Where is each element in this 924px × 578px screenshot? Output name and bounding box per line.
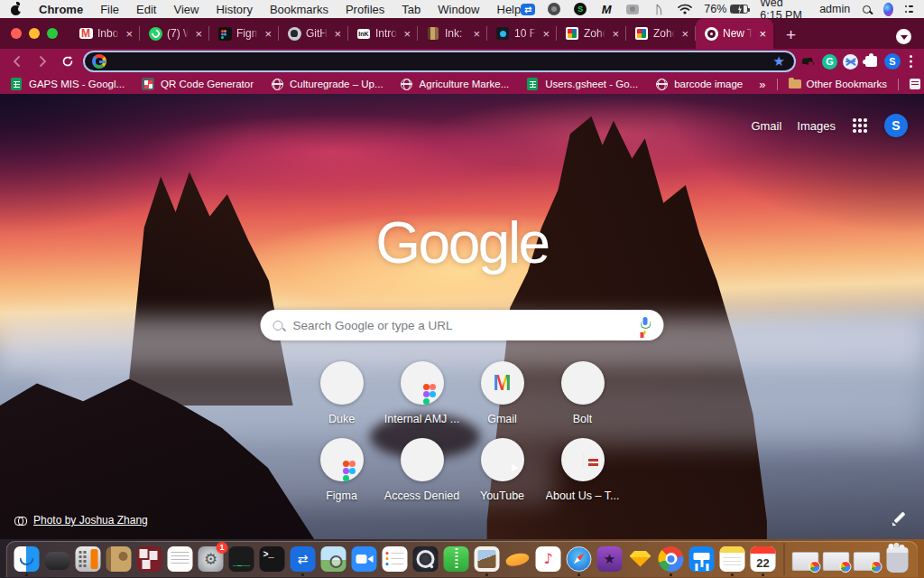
shortcut-internal-amj[interactable]: Internal AMJ ... bbox=[382, 361, 462, 425]
bookmark-barcode-image[interactable]: barcode image bbox=[654, 77, 743, 91]
spotlight-icon[interactable] bbox=[862, 2, 872, 16]
close-tab-icon[interactable]: × bbox=[193, 27, 204, 41]
bookmark-culturegrade-up[interactable]: Culturegrade – Up... bbox=[270, 77, 383, 91]
tab-zoho-cr[interactable]: Zoho Cr × bbox=[557, 18, 626, 49]
grammarly-extension-icon[interactable]: G bbox=[822, 54, 837, 70]
menu-view[interactable]: View bbox=[173, 3, 199, 16]
dock-item-image-capture[interactable] bbox=[474, 545, 501, 573]
dock-item-textedit[interactable] bbox=[167, 545, 194, 573]
reload-button[interactable] bbox=[58, 51, 78, 71]
shottr-icon[interactable]: S bbox=[573, 2, 587, 16]
minimize-window-button[interactable] bbox=[29, 28, 40, 39]
address-bar[interactable]: ★ bbox=[83, 51, 796, 72]
siri-icon[interactable] bbox=[883, 3, 893, 16]
shortcut-figma[interactable]: Figma bbox=[301, 438, 382, 502]
dock-item-calculator[interactable] bbox=[75, 545, 102, 573]
dock-item-photo-booth[interactable] bbox=[136, 545, 163, 573]
images-link[interactable]: Images bbox=[797, 119, 836, 133]
camera-muted-icon[interactable] bbox=[625, 2, 640, 16]
bookmark-users-gsheet-go[interactable]: Users.gsheet - Go... bbox=[525, 77, 638, 91]
dock-item-finder[interactable] bbox=[14, 545, 41, 573]
dock-item-zoom[interactable] bbox=[351, 545, 378, 573]
share-extension-icon[interactable] bbox=[801, 54, 817, 70]
bookmark-agriculture-marke[interactable]: Agriculture Marke... bbox=[400, 77, 510, 91]
close-tab-icon[interactable]: × bbox=[263, 27, 273, 41]
dock-item-contacts[interactable] bbox=[106, 545, 133, 573]
wifi-icon[interactable] bbox=[678, 2, 692, 16]
battery-indicator[interactable]: 76% bbox=[704, 3, 748, 15]
menu-clock[interactable]: Wed 6:15 PM bbox=[760, 0, 808, 22]
close-tab-icon[interactable]: × bbox=[124, 27, 134, 41]
tab-search-button[interactable] bbox=[896, 29, 911, 44]
menu-app-name[interactable]: Chrome bbox=[39, 3, 83, 16]
search-input[interactable] bbox=[293, 319, 629, 332]
bookmarks-overflow-chevron[interactable]: » bbox=[759, 78, 765, 91]
close-tab-icon[interactable]: × bbox=[610, 27, 621, 41]
dock-item-chrome[interactable] bbox=[658, 545, 685, 573]
google-account-avatar[interactable]: S bbox=[884, 114, 908, 137]
chrome-menu-icon[interactable] bbox=[910, 54, 913, 69]
menu-edit[interactable]: Edit bbox=[136, 3, 156, 16]
customize-pencil-icon[interactable] bbox=[892, 512, 906, 527]
bookmark-qr-code-generator[interactable]: QR Code Generator bbox=[141, 77, 254, 91]
tab-new-ta[interactable]: New Ta × bbox=[696, 18, 773, 49]
dock-item-teamviewer[interactable]: ⇄ bbox=[290, 545, 317, 573]
adobe-cc-icon[interactable] bbox=[547, 2, 561, 16]
shortcut-about-us-t[interactable]: About Us – T... bbox=[542, 438, 623, 502]
close-tab-icon[interactable]: × bbox=[332, 27, 343, 41]
dock-item-safari[interactable] bbox=[566, 545, 593, 573]
dock-item-trash[interactable] bbox=[884, 545, 911, 573]
other-bookmarks-button[interactable]: Other Bookmarks bbox=[789, 79, 887, 89]
close-tab-icon[interactable]: × bbox=[757, 27, 768, 41]
reading-list-button[interactable]: Reading List bbox=[910, 79, 924, 89]
tab-introduc[interactable]: InKIntroduc × bbox=[348, 18, 418, 49]
dock-item-zeplin[interactable] bbox=[504, 545, 531, 573]
dock-item-system-preferences[interactable]: ⚙1 bbox=[198, 545, 225, 573]
apple-menu-icon[interactable] bbox=[11, 3, 22, 15]
dock-item-min-window[interactable] bbox=[823, 545, 850, 573]
menu-tab[interactable]: Tab bbox=[402, 3, 420, 16]
shortcut-bolt[interactable]: Bolt bbox=[542, 361, 623, 425]
profile-avatar[interactable]: S bbox=[884, 53, 901, 70]
tab-7-wha[interactable]: (7) Wha × bbox=[140, 18, 209, 49]
monosnap-icon[interactable]: M bbox=[599, 2, 614, 16]
new-tab-button[interactable]: + bbox=[786, 26, 796, 43]
dock-item-reminders[interactable] bbox=[382, 545, 409, 573]
tab-zoho-cr[interactable]: Zoho Cr × bbox=[626, 18, 696, 49]
dock-item-min-window[interactable] bbox=[854, 545, 881, 573]
google-apps-grid-icon[interactable] bbox=[858, 124, 862, 127]
snowflake-extension-icon[interactable] bbox=[843, 54, 858, 70]
url-input[interactable] bbox=[114, 55, 766, 68]
bookmark-gaps-mis-googl[interactable]: GAPS MIS - Googl... bbox=[9, 77, 125, 91]
dock-item-notes[interactable] bbox=[719, 545, 746, 573]
tab-figma-d[interactable]: Figma D × bbox=[209, 18, 279, 49]
back-button[interactable] bbox=[7, 51, 27, 71]
close-window-button[interactable] bbox=[11, 28, 22, 39]
dock-item-terminal[interactable]: >_ bbox=[259, 545, 286, 573]
menu-window[interactable]: Window bbox=[438, 3, 479, 16]
menu-user[interactable]: admin bbox=[819, 3, 850, 15]
dock-item-unarchiver[interactable] bbox=[443, 545, 470, 573]
dock-item-quicktime[interactable] bbox=[412, 545, 439, 573]
shortcut-access-denied[interactable]: Access Denied bbox=[382, 438, 462, 502]
close-tab-icon[interactable]: × bbox=[402, 27, 412, 41]
menu-bookmarks[interactable]: Bookmarks bbox=[270, 3, 328, 16]
dock-item-sketch[interactable] bbox=[627, 545, 654, 573]
dock-item-device[interactable] bbox=[44, 545, 71, 573]
voice-search-icon[interactable] bbox=[639, 317, 651, 334]
dock-item-preview[interactable] bbox=[320, 545, 347, 573]
menu-history[interactable]: History bbox=[216, 3, 252, 16]
gmail-link[interactable]: Gmail bbox=[751, 119, 781, 133]
tab-ink-ulti[interactable]: Ink: Ulti × bbox=[418, 18, 487, 49]
zoom-window-button[interactable] bbox=[47, 28, 58, 39]
menu-profiles[interactable]: Profiles bbox=[346, 3, 384, 16]
menu-file[interactable]: File bbox=[100, 3, 119, 16]
close-tab-icon[interactable]: × bbox=[471, 27, 482, 41]
tab-10-figm[interactable]: 10 Figm × bbox=[487, 18, 557, 49]
shortcut-duke[interactable]: Duke bbox=[301, 361, 382, 425]
teamviewer-icon[interactable]: ⇄ bbox=[521, 4, 535, 15]
menu-help[interactable]: Help bbox=[497, 3, 522, 16]
dock-item-music[interactable]: ♪ bbox=[535, 545, 562, 573]
dock-item-keynote[interactable] bbox=[688, 545, 716, 573]
notification-center-icon[interactable] bbox=[905, 5, 913, 14]
